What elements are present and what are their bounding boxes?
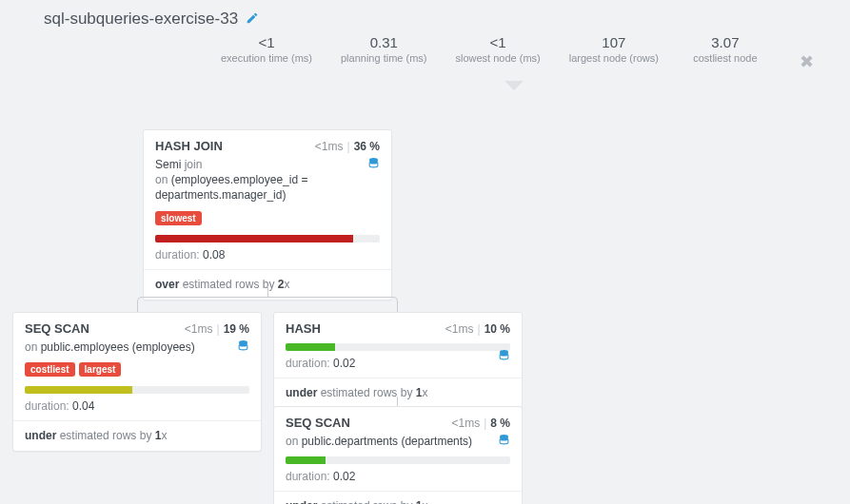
node-metrics: <1ms|8 % [452,417,511,430]
node-detail: on public.departments (departments) [274,434,522,455]
node-metrics: <1ms|10 % [445,322,510,336]
database-icon [498,434,510,450]
duration-label: duration: 0.02 [274,468,522,491]
node-title: HASH [286,321,321,336]
duration-label: duration: 0.08 [144,246,391,269]
node-title: SEQ SCAN [286,416,350,430]
tag-slowest: slowest [155,211,202,225]
duration-bar [286,456,326,464]
edit-icon[interactable] [246,11,259,28]
duration-bar [155,235,353,242]
duration-label: duration: 0.04 [13,397,261,420]
duration-label: duration: 0.02 [274,355,522,378]
duration-bar [25,386,132,394]
node-title: SEQ SCAN [25,321,89,336]
node-title: HASH JOIN [155,139,223,153]
connector-line [397,397,398,406]
page-title: sql-subqueries-exercise-33 [44,10,238,29]
plan-node-seqscan-employees[interactable]: SEQ SCAN <1ms|19 % on public.employees (… [12,312,262,452]
tag-costliest: costliest [25,362,75,377]
tag-largest: largest [79,362,122,377]
plan-node-hash[interactable]: HASH <1ms|10 % duration: 0.02 under esti… [273,312,523,409]
plan-node-hash-join[interactable]: HASH JOIN <1ms|36 % Semi join on (employ… [143,129,392,300]
estimate-label: under estimated rows by 1x [13,421,261,451]
database-icon [498,349,510,365]
estimate-label: under estimated rows by 1x [274,492,522,504]
node-detail: Semi join on (employees.employee_id = de… [144,157,391,209]
duration-bar [286,343,335,351]
node-metrics: <1ms|36 % [315,140,380,153]
connector-bracket [137,297,398,312]
node-detail: on public.employees (employees) [13,339,261,360]
node-metrics: <1ms|19 % [185,322,249,336]
database-icon [367,157,380,173]
database-icon [237,339,249,356]
plan-node-seqscan-departments[interactable]: SEQ SCAN <1ms|8 % on public.departments … [273,406,523,504]
estimate-label: under estimated rows by 1x [274,378,522,408]
